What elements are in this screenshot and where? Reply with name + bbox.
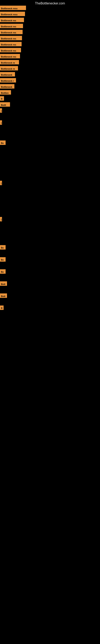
bar-label: Bottleneck res bbox=[0, 42, 22, 46]
bar-label: Bottlen bbox=[0, 90, 11, 94]
bar-label: Bottleneck res bbox=[0, 30, 23, 34]
bar-label: Bo bbox=[0, 140, 6, 145]
bar-label: Bo bbox=[0, 257, 6, 262]
bar-label: Bottleneck re bbox=[0, 60, 19, 64]
bar-item: Bott bbox=[0, 294, 7, 298]
bar-item: Bottleneck resu bbox=[0, 12, 25, 16]
bar-label: Bottleneck resu bbox=[0, 6, 26, 10]
bar-label: Bott bbox=[0, 294, 7, 298]
bar-item: Bottleneck res bbox=[0, 24, 23, 28]
bar-label: | bbox=[0, 120, 2, 125]
bar-label: Bottleneck res bbox=[0, 24, 23, 28]
bar-label: Bottleneck res bbox=[0, 18, 24, 22]
bar-item: Bottleneck re bbox=[0, 60, 19, 64]
bar-label: B bbox=[0, 306, 3, 310]
bar-label: Bo bbox=[0, 269, 6, 274]
bar-item: | bbox=[0, 217, 1, 222]
bar-label: Bottleneck bbox=[0, 72, 15, 76]
bar-label: Bottleneck res bbox=[0, 54, 20, 58]
bar-item: B bbox=[0, 306, 3, 310]
bar-item: Bottleneck res bbox=[0, 42, 22, 46]
bar-label: | bbox=[0, 217, 2, 222]
bar-label: Bo bbox=[0, 245, 6, 250]
bar-item: Bottlen bbox=[0, 90, 11, 94]
bar-label: Bottleneck resu bbox=[0, 12, 25, 16]
bar-item: Bottl bbox=[0, 102, 10, 107]
bar-label: Bott bbox=[0, 281, 7, 286]
bar-item: | bbox=[0, 108, 1, 113]
bar-item: Bott bbox=[0, 281, 7, 286]
bar-label: Bottleneck r bbox=[0, 78, 16, 82]
bar-label: | bbox=[0, 181, 2, 185]
bar-item: | bbox=[0, 120, 1, 125]
bar-label: B bbox=[0, 96, 4, 100]
bar-label: Bottleneck re bbox=[0, 66, 18, 70]
bar-label: Bottl bbox=[0, 102, 10, 107]
bar-label: Bottleneck res bbox=[0, 48, 21, 52]
bar-item: Bottleneck res bbox=[0, 54, 20, 58]
bar-item: Bottleneck bbox=[0, 72, 15, 76]
bar-label: | bbox=[0, 108, 2, 113]
bar-item: Bo bbox=[0, 245, 6, 250]
bar-item: Bottleneck res bbox=[0, 36, 22, 40]
bar-item: Bottleneck bbox=[0, 84, 14, 88]
bar-item: Bottleneck r bbox=[0, 78, 16, 82]
bar-item: Bo bbox=[0, 140, 6, 145]
bar-item: Bottleneck resu bbox=[0, 6, 26, 10]
bar-item: | bbox=[0, 181, 1, 185]
bar-item: Bottleneck re bbox=[0, 66, 18, 70]
bar-item: Bottleneck res bbox=[0, 30, 23, 34]
bar-label: Bottleneck res bbox=[0, 36, 22, 40]
bar-item: Bo bbox=[0, 269, 6, 274]
bar-label: Bottleneck bbox=[0, 84, 14, 88]
bar-item: B bbox=[0, 96, 4, 100]
bar-item: Bottleneck res bbox=[0, 48, 21, 52]
bar-item: Bo bbox=[0, 257, 6, 262]
bar-item: Bottleneck res bbox=[0, 18, 24, 22]
